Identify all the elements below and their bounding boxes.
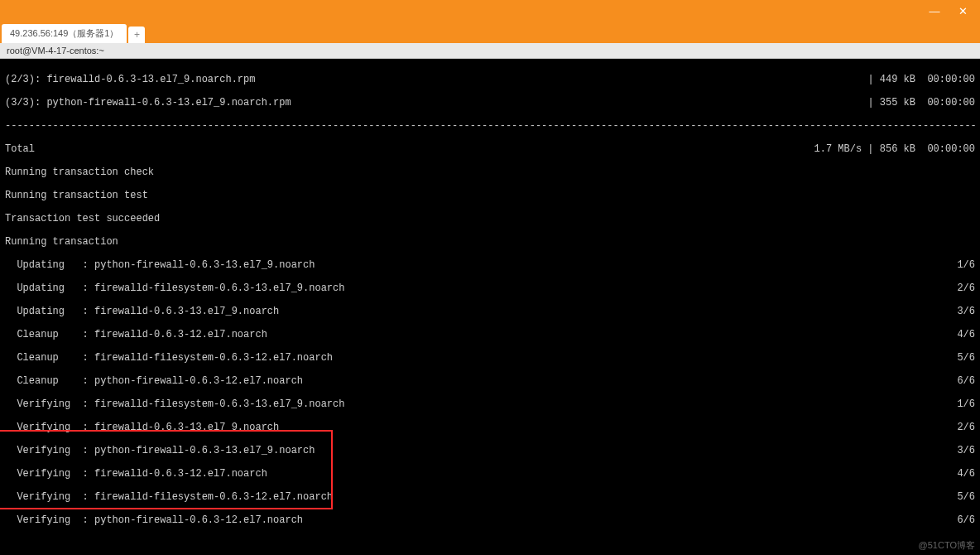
window-titlebar: — ✕ [0, 0, 980, 22]
watermark: @51CTO博客 [919, 539, 975, 552]
download-row: (2/3): firewalld-0.6.3-13.el7_9.noarch.r… [5, 74, 975, 85]
trans-line: Running transaction test [5, 190, 975, 201]
trans-line: Running transaction [5, 236, 975, 248]
step-row: Updating : firewalld-0.6.3-13.el7_9.noar… [5, 306, 975, 317]
tab-add-button[interactable]: + [128, 27, 145, 43]
step-row: Cleanup : firewalld-filesystem-0.6.3-12.… [5, 352, 975, 364]
tab-label: 49.236.56:149（服务器1） [10, 27, 118, 40]
total-row: Total1.7 MB/s | 856 kB 00:00:00 [5, 143, 975, 155]
step-row: Cleanup : firewalld-0.6.3-12.el7.noarch4… [5, 329, 975, 340]
trans-line: Running transaction check [5, 166, 975, 178]
step-row: Verifying : firewalld-0.6.3-13.el7_9.noa… [5, 422, 975, 433]
step-row: Verifying : firewalld-filesystem-0.6.3-1… [5, 398, 975, 410]
trans-line: Transaction test succeeded [5, 213, 975, 224]
step-row: Updating : python-firewall-0.6.3-13.el7_… [5, 259, 975, 271]
window-min-button[interactable]: — [920, 2, 949, 19]
tabstrip: 49.236.56:149（服务器1） + [0, 22, 980, 43]
window-close-button[interactable]: ✕ [949, 2, 977, 19]
terminal-output[interactable]: (2/3): firewalld-0.6.3-13.el7_9.noarch.r… [0, 59, 980, 553]
download-row: (3/3): python-firewall-0.6.3-13.el7_9.no… [5, 97, 975, 109]
step-row: Verifying : firewalld-0.6.3-12.el7.noarc… [5, 468, 975, 480]
step-row: Verifying : firewalld-filesystem-0.6.3-1… [5, 491, 975, 503]
step-row: Verifying : python-firewall-0.6.3-13.el7… [5, 445, 975, 456]
step-row: Updating : firewalld-filesystem-0.6.3-13… [5, 282, 975, 294]
blank-line [5, 538, 975, 549]
separator: ----------------------------------------… [5, 120, 975, 132]
step-row: Cleanup : python-firewall-0.6.3-12.el7.n… [5, 375, 975, 387]
step-row: Verifying : python-firewall-0.6.3-12.el7… [5, 514, 975, 526]
tab-server1[interactable]: 49.236.56:149（服务器1） [2, 24, 127, 43]
breadcrumb: root@VM-4-17-centos:~ [0, 43, 980, 59]
